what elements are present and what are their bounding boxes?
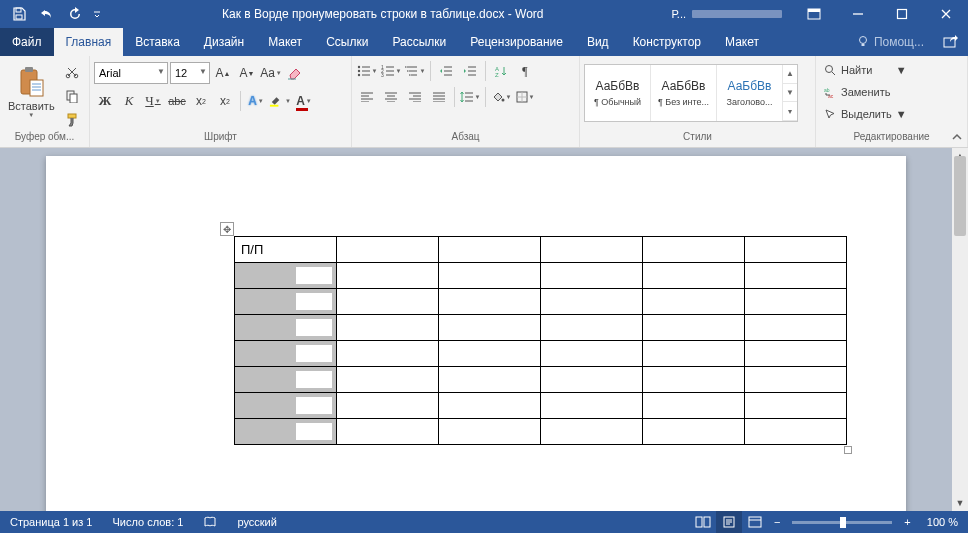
table-cell[interactable] (541, 237, 643, 263)
tab-file[interactable]: Файл (0, 28, 54, 56)
table-cell[interactable] (337, 263, 439, 289)
styles-scroll-up[interactable]: ▲ (783, 65, 797, 84)
zoom-knob[interactable] (840, 517, 846, 528)
paste-button[interactable]: Вставить ▼ (4, 58, 59, 126)
table-resize-handle[interactable] (844, 446, 852, 454)
tab-view[interactable]: Вид (575, 28, 621, 56)
table-cell[interactable] (745, 237, 847, 263)
table-move-handle[interactable]: ✥ (220, 222, 234, 236)
table-cell[interactable] (541, 263, 643, 289)
style-heading1[interactable]: АаБбВвЗаголово... (717, 65, 783, 121)
user-account[interactable]: Р... (662, 8, 792, 20)
collapse-ribbon-button[interactable] (948, 129, 966, 145)
highlight-button[interactable]: ▼ (269, 90, 291, 112)
zoom-slider[interactable] (792, 521, 892, 524)
tell-me[interactable]: Помощ... (846, 28, 934, 56)
document-page[interactable]: ✥ П/П (46, 156, 906, 511)
table-cell[interactable] (643, 237, 745, 263)
tab-table-layout[interactable]: Макет (713, 28, 771, 56)
table-cell-selected[interactable] (235, 393, 337, 419)
table-cell[interactable] (439, 341, 541, 367)
table-cell[interactable] (439, 263, 541, 289)
bullets-button[interactable]: ▼ (356, 60, 378, 82)
table-cell[interactable] (745, 315, 847, 341)
table-cell[interactable] (337, 237, 439, 263)
line-spacing-button[interactable]: ▼ (459, 86, 481, 108)
clear-formatting-button[interactable] (284, 62, 306, 84)
table-cell-selected[interactable] (235, 315, 337, 341)
table-cell[interactable] (337, 341, 439, 367)
table-cell[interactable] (439, 393, 541, 419)
table-cell[interactable] (745, 393, 847, 419)
select-button[interactable]: Выделить▼ (820, 104, 911, 124)
table-cell[interactable] (541, 367, 643, 393)
strikethrough-button[interactable]: abc (166, 90, 188, 112)
underline-button[interactable]: Ч▼ (142, 90, 164, 112)
table-cell[interactable] (541, 393, 643, 419)
table-cell-selected[interactable] (235, 367, 337, 393)
font-name-combo[interactable]: Arial▼ (94, 62, 168, 84)
align-center-button[interactable] (380, 86, 402, 108)
status-proofing[interactable] (193, 511, 227, 533)
find-button[interactable]: Найти▼ (820, 60, 911, 80)
share-button[interactable] (934, 28, 968, 56)
align-left-button[interactable] (356, 86, 378, 108)
zoom-in-button[interactable]: + (898, 511, 916, 533)
table-cell[interactable] (643, 341, 745, 367)
change-case-button[interactable]: Aa▼ (260, 62, 282, 84)
table-cell[interactable] (541, 341, 643, 367)
view-web-layout[interactable] (742, 511, 768, 533)
table-cell[interactable] (745, 367, 847, 393)
borders-button[interactable]: ▼ (514, 86, 536, 108)
view-read-mode[interactable] (690, 511, 716, 533)
table-cell[interactable] (745, 419, 847, 445)
bold-button[interactable]: Ж (94, 90, 116, 112)
justify-button[interactable] (428, 86, 450, 108)
table-cell[interactable] (337, 393, 439, 419)
grow-font-button[interactable]: A▲ (212, 62, 234, 84)
table-cell[interactable] (643, 315, 745, 341)
tab-layout[interactable]: Макет (256, 28, 314, 56)
ribbon-display-options[interactable] (792, 0, 836, 28)
status-language[interactable]: русский (227, 511, 286, 533)
table-cell[interactable] (439, 289, 541, 315)
scroll-down[interactable]: ▼ (952, 495, 968, 511)
table-cell[interactable] (643, 367, 745, 393)
table-cell[interactable] (745, 341, 847, 367)
styles-expand[interactable]: ▾ (783, 102, 797, 121)
document-table[interactable]: П/П (234, 236, 847, 445)
replace-button[interactable]: abacЗаменить (820, 82, 911, 102)
save-button[interactable] (6, 2, 32, 26)
decrease-indent-button[interactable] (435, 60, 457, 82)
close-button[interactable] (924, 0, 968, 28)
table-cell[interactable] (643, 419, 745, 445)
table-cell[interactable] (337, 419, 439, 445)
multilevel-list-button[interactable]: ▼ (404, 60, 426, 82)
shrink-font-button[interactable]: A▼ (236, 62, 258, 84)
qat-customize[interactable] (90, 2, 104, 26)
table-cell[interactable] (541, 315, 643, 341)
italic-button[interactable]: К (118, 90, 140, 112)
table-cell[interactable] (439, 315, 541, 341)
increase-indent-button[interactable] (459, 60, 481, 82)
undo-button[interactable] (34, 2, 60, 26)
minimize-button[interactable] (836, 0, 880, 28)
align-right-button[interactable] (404, 86, 426, 108)
table-cell[interactable] (337, 367, 439, 393)
text-effects-button[interactable]: A▼ (245, 90, 267, 112)
table-cell-selected[interactable] (235, 289, 337, 315)
table-cell[interactable]: П/П (235, 237, 337, 263)
styles-gallery[interactable]: АаБбВв¶ Обычный АаБбВв¶ Без инте... АаБб… (584, 64, 798, 122)
table-cell[interactable] (439, 367, 541, 393)
zoom-out-button[interactable]: − (768, 511, 786, 533)
view-print-layout[interactable] (716, 511, 742, 533)
table-cell[interactable] (337, 315, 439, 341)
style-no-spacing[interactable]: АаБбВв¶ Без инте... (651, 65, 717, 121)
table-cell-selected[interactable] (235, 263, 337, 289)
tab-references[interactable]: Ссылки (314, 28, 380, 56)
vertical-scrollbar[interactable]: ▲ ▼ (952, 148, 968, 511)
maximize-button[interactable] (880, 0, 924, 28)
table-cell-selected[interactable] (235, 419, 337, 445)
subscript-button[interactable]: x2 (190, 90, 212, 112)
tab-review[interactable]: Рецензирование (458, 28, 575, 56)
